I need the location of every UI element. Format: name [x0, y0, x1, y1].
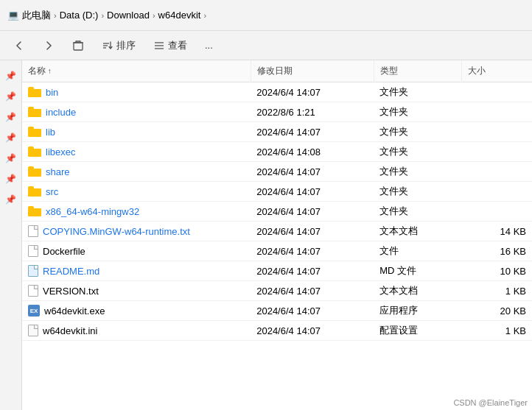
file-name-cell-10: VERSION.txt [22, 281, 251, 301]
file-size [462, 162, 532, 182]
file-name-cell-2: lib [22, 122, 251, 142]
file-type: 文本文档 [374, 222, 461, 241]
file-name-cell-1: include [22, 102, 251, 122]
file-date: 2024/6/4 14:07 [251, 241, 374, 261]
file-icon [28, 245, 38, 257]
col-header-date[interactable]: 修改日期 [251, 60, 374, 82]
folder-icon [28, 107, 41, 117]
ini-icon [28, 325, 38, 336]
table-row[interactable]: lib2024/6/4 14:07文件夹 [22, 122, 532, 142]
pin-icon-3[interactable]: 📌 [3, 109, 19, 125]
pin-icon-4[interactable]: 📌 [3, 130, 19, 146]
file-type: 文件 [374, 241, 461, 261]
folder-icon [28, 166, 41, 177]
back-icon [13, 40, 25, 52]
file-name-cell-3: libexec [22, 142, 251, 162]
file-date: 2024/6/4 14:07 [251, 261, 374, 281]
table-row[interactable]: share2024/6/4 14:07文件夹 [22, 162, 532, 182]
file-list-container: 名称 修改日期 类型 大小 bin2024/6/4 14:07文件夹includ… [22, 60, 532, 410]
file-name-label: src [46, 186, 58, 197]
more-button[interactable]: ... [199, 37, 219, 54]
file-type: 文件夹 [374, 182, 461, 202]
file-size [462, 142, 532, 162]
file-type: 文件夹 [374, 202, 461, 222]
file-type: 文件夹 [374, 122, 461, 142]
file-name-label: w64devkit.ini [43, 325, 97, 336]
file-name-cell-11: EXw64devkit.exe [22, 301, 251, 321]
breadcrumb-item-download[interactable]: Download [107, 10, 150, 21]
file-date: 2024/6/4 14:07 [251, 202, 374, 222]
breadcrumb-item-data-d[interactable]: Data (D:) [60, 10, 99, 21]
breadcrumb-label-download: Download [107, 10, 150, 21]
table-row[interactable]: x86_64-w64-mingw322024/6/4 14:07文件夹 [22, 202, 532, 222]
breadcrumb-sep-2: › [101, 11, 104, 20]
file-type: 配置设置 [374, 321, 461, 341]
table-row[interactable]: Dockerfile2024/6/4 14:07文件16 KB [22, 241, 532, 261]
pin-icon-2[interactable]: 📌 [3, 88, 19, 105]
pin-icon-1[interactable]: 📌 [3, 68, 19, 84]
file-name-cell-7: COPYING.MinGW-w64-runtime.txt [22, 222, 251, 241]
table-row[interactable]: libexec2024/6/4 14:08文件夹 [22, 142, 532, 162]
file-name-label: w64devkit.exe [44, 305, 105, 317]
forward-icon [43, 40, 55, 52]
file-size [462, 182, 532, 202]
file-type: 文件夹 [374, 102, 461, 122]
file-type: 文件夹 [374, 82, 461, 102]
file-name-label: COPYING.MinGW-w64-runtime.txt [43, 226, 190, 237]
file-date: 2024/6/4 14:07 [251, 321, 374, 341]
file-type: 文件夹 [374, 142, 461, 162]
file-date: 2024/6/4 14:07 [251, 82, 374, 102]
file-size: 14 KB [462, 222, 532, 241]
file-size [462, 122, 532, 142]
file-type: 应用程序 [374, 301, 461, 321]
file-size: 10 KB [462, 261, 532, 281]
pin-icon-7[interactable]: 📌 [3, 191, 19, 208]
table-row[interactable]: src2024/6/4 14:07文件夹 [22, 182, 532, 202]
col-header-type[interactable]: 类型 [374, 60, 461, 82]
file-name-cell-5: src [22, 182, 251, 202]
col-header-size[interactable]: 大小 [462, 60, 532, 82]
file-size: 1 KB [462, 321, 532, 341]
col-header-name[interactable]: 名称 [22, 60, 251, 82]
breadcrumb-item-w64devkit[interactable]: w64devkit [158, 10, 201, 21]
delete-button[interactable] [66, 37, 90, 54]
table-row[interactable]: VERSION.txt2024/6/4 14:07文本文档1 KB [22, 281, 532, 301]
file-name-label: x86_64-w64-mingw32 [46, 206, 139, 217]
breadcrumb-sep-1: › [54, 11, 57, 20]
sort-label: 排序 [116, 39, 136, 52]
file-name-cell-6: x86_64-w64-mingw32 [22, 202, 251, 222]
back-button[interactable] [7, 37, 31, 54]
sidebar-icons: 📌 📌 📌 📌 📌 📌 📌 [0, 60, 22, 410]
forward-button[interactable] [37, 37, 60, 54]
folder-icon [28, 186, 41, 197]
breadcrumb-sep-3: › [153, 11, 155, 20]
file-name-label: README.md [43, 266, 99, 277]
folder-icon [28, 87, 41, 97]
table-row[interactable]: COPYING.MinGW-w64-runtime.txt2024/6/4 14… [22, 222, 532, 241]
table-row[interactable]: README.md2024/6/4 14:07MD 文件10 KB [22, 261, 532, 281]
file-name-label: VERSION.txt [43, 286, 99, 297]
file-type: 文本文档 [374, 281, 461, 301]
pin-icon-5[interactable]: 📌 [3, 150, 19, 166]
sort-button[interactable]: 排序 [96, 36, 141, 55]
this-pc-icon: 💻 [7, 10, 19, 21]
breadcrumb-sep-4: › [203, 11, 206, 20]
file-size: 20 KB [462, 301, 532, 321]
view-button[interactable]: 查看 [147, 36, 193, 55]
file-date: 2024/6/4 14:07 [251, 222, 374, 241]
folder-icon [28, 127, 41, 137]
table-row[interactable]: w64devkit.ini2024/6/4 14:07配置设置1 KB [22, 321, 532, 341]
folder-icon [28, 206, 41, 216]
file-name-label: Dockerfile [43, 246, 85, 257]
table-row[interactable]: EXw64devkit.exe2024/6/4 14:07应用程序20 KB [22, 301, 532, 321]
file-name-cell-9: README.md [22, 261, 251, 281]
breadcrumb-item-this-pc[interactable]: 💻 此电脑 [7, 9, 51, 22]
toolbar: 排序 查看 ... [0, 31, 532, 60]
pin-icon-6[interactable]: 📌 [3, 171, 19, 187]
md-icon [28, 265, 38, 277]
table-row[interactable]: include2022/8/6 1:21文件夹 [22, 102, 532, 122]
file-date: 2024/6/4 14:07 [251, 182, 374, 202]
table-row[interactable]: bin2024/6/4 14:07文件夹 [22, 82, 532, 102]
breadcrumb-bar: 💻 此电脑 › Data (D:) › Download › w64devkit… [0, 0, 532, 31]
view-label: 查看 [168, 39, 187, 52]
